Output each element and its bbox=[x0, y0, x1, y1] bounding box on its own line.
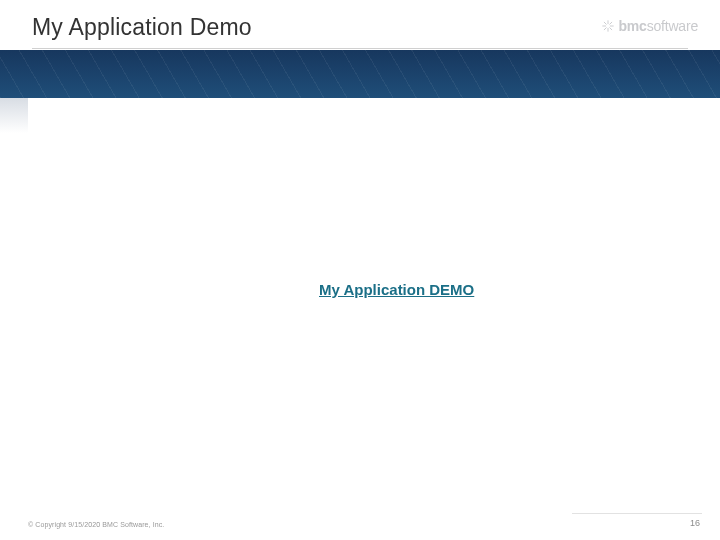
title-divider bbox=[32, 48, 688, 49]
page-number: 16 bbox=[690, 518, 700, 528]
brand-logo-light: software bbox=[647, 18, 698, 34]
svg-line-5 bbox=[609, 28, 611, 30]
brand-logo: bmcsoftware bbox=[601, 18, 699, 34]
brand-logo-text: bmcsoftware bbox=[619, 18, 699, 34]
header-band bbox=[0, 50, 720, 98]
footer: © Copyright 9/15/2020 BMC Software, Inc.… bbox=[0, 506, 720, 528]
demo-link[interactable]: My Application DEMO bbox=[319, 281, 474, 298]
slide-title: My Application Demo bbox=[32, 14, 252, 41]
burst-icon bbox=[601, 19, 615, 33]
left-gutter-accent bbox=[0, 98, 28, 133]
footer-divider bbox=[572, 513, 702, 514]
slide: My Application Demo bmcsoftware My Appli… bbox=[0, 0, 720, 540]
svg-line-6 bbox=[609, 22, 611, 24]
copyright-text: © Copyright 9/15/2020 BMC Software, Inc. bbox=[28, 521, 164, 528]
svg-line-7 bbox=[604, 28, 606, 30]
svg-line-4 bbox=[604, 22, 606, 24]
brand-logo-bold: bmc bbox=[619, 18, 647, 34]
